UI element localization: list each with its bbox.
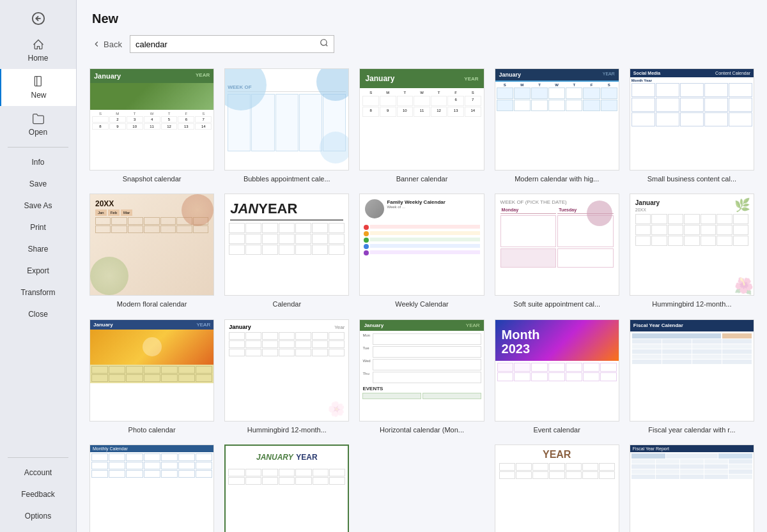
- templates-grid: JanuaryYEAR S M T W T F S: [89, 68, 754, 532]
- template-card-thumb3[interactable]: YEAR: [495, 445, 619, 532]
- toolbar: Back: [92, 35, 752, 53]
- sidebar-item-feedback[interactable]: Feedback: [0, 483, 76, 505]
- svg-point-4: [321, 40, 327, 45]
- sidebar-back-button[interactable]: [0, 5, 76, 32]
- template-name-hbird1: Hummingbird 12-month...: [652, 300, 731, 308]
- sidebar-item-save-as[interactable]: Save As: [0, 195, 76, 217]
- template-thumb-fiscal: Fiscal Year Calendar: [630, 319, 754, 422]
- template-card-thumb2[interactable]: JANUARY YEAR: [224, 445, 349, 532]
- template-card-snapshot[interactable]: JanuaryYEAR S M T W T F S: [89, 68, 214, 183]
- sidebar-item-print[interactable]: Print: [0, 217, 76, 238]
- template-name-weekly: Weekly Calendar: [395, 300, 449, 308]
- template-thumb-hbird1: 🌿 January 20XX: [630, 194, 754, 296]
- template-card-floral[interactable]: 20XX Jan Feb Mar: [89, 194, 214, 308]
- template-name-janyear: Calendar: [272, 300, 301, 308]
- template-name-fiscal: Fiscal year calendar with r...: [648, 425, 735, 434]
- back-label: Back: [104, 40, 122, 49]
- template-card-small-biz[interactable]: Social Media Content Calendar Month Year: [630, 68, 754, 183]
- template-card-weekly[interactable]: Family Weekly Calendar Week of ...: [359, 194, 484, 308]
- sidebar-item-new[interactable]: New: [0, 69, 76, 106]
- template-card-banner[interactable]: JanuaryYEAR S M T W T F S: [359, 68, 484, 183]
- template-card-event[interactable]: Month 2023: [495, 319, 619, 434]
- template-name-soft-suite: Soft suite appointment cal...: [513, 300, 600, 308]
- templates-container[interactable]: JanuaryYEAR S M T W T F S: [77, 62, 767, 532]
- template-thumb-janyear: JANYEAR: [224, 194, 349, 296]
- template-name-small-biz: Small business content cal...: [647, 174, 736, 183]
- template-thumb-soft-suite: WEEK OF (PICK THE DATE) Monday Tuesday: [495, 194, 619, 296]
- template-name-snapshot: Snapshot calendar: [123, 174, 182, 183]
- template-card-hbird2[interactable]: January Year: [224, 319, 349, 434]
- sidebar-item-open[interactable]: Open: [0, 106, 76, 143]
- template-thumb-thumb2: JANUARY YEAR: [224, 445, 349, 532]
- template-thumb-banner: JanuaryYEAR S M T W T F S: [359, 68, 484, 171]
- template-card-photo[interactable]: JanuaryYEAR: [89, 319, 214, 434]
- template-name-photo: Photo calendar: [128, 425, 176, 434]
- sidebar-item-home[interactable]: Home: [0, 32, 76, 69]
- template-card-bubbles[interactable]: WEEK OF Bubbles appointment cale...: [224, 68, 349, 183]
- template-thumb-thumb1: Monthly Calendar: [89, 445, 214, 532]
- sidebar: Home New Open Info Save Save As Print Sh…: [0, 0, 77, 532]
- svg-line-5: [326, 45, 328, 47]
- template-card-thumb1[interactable]: Monthly Calendar: [89, 445, 214, 532]
- template-name-floral: Modern floral calendar: [117, 300, 187, 308]
- template-card-fiscal2[interactable]: Fiscal Year Report: [630, 445, 754, 532]
- main-header: New Back: [77, 0, 767, 62]
- template-thumb-photo: JanuaryYEAR: [89, 319, 214, 422]
- sidebar-item-new-label: New: [31, 91, 46, 100]
- template-thumb-small-biz: Social Media Content Calendar Month Year: [630, 68, 754, 171]
- sidebar-bottom-divider: [8, 457, 68, 458]
- template-thumb-horizontal: JanuaryYEAR Mon Tue: [359, 319, 484, 422]
- template-name-event: Event calendar: [534, 425, 580, 434]
- template-card-horizontal[interactable]: JanuaryYEAR Mon Tue: [359, 319, 484, 434]
- sidebar-item-home-label: Home: [27, 54, 48, 63]
- template-thumb-event: Month 2023: [495, 319, 619, 422]
- template-card-soft-suite[interactable]: WEEK OF (PICK THE DATE) Monday Tuesday: [495, 194, 619, 308]
- svg-rect-2: [35, 77, 41, 86]
- sidebar-item-save[interactable]: Save: [0, 173, 76, 195]
- sidebar-item-transform[interactable]: Transform: [0, 282, 76, 303]
- template-thumb-modern-high: JanuaryYEAR S M T W T F S: [495, 68, 619, 171]
- sidebar-item-open-label: Open: [29, 128, 47, 137]
- search-icon[interactable]: [320, 38, 329, 50]
- search-box[interactable]: [130, 35, 334, 53]
- sidebar-item-share[interactable]: Share: [0, 238, 76, 260]
- template-thumb-snapshot: JanuaryYEAR S M T W T F S: [89, 68, 214, 171]
- template-name-banner: Banner calendar: [396, 174, 448, 183]
- template-name-bubbles: Bubbles appointment cale...: [244, 174, 330, 183]
- search-input[interactable]: [136, 40, 320, 49]
- sidebar-item-close[interactable]: Close: [0, 303, 76, 325]
- template-thumb-thumb3: YEAR: [495, 445, 619, 532]
- template-thumb-floral: 20XX Jan Feb Mar: [89, 194, 214, 296]
- template-name-modern-high: Modern calendar with hig...: [515, 174, 599, 183]
- template-card-fiscal[interactable]: Fiscal Year Calendar: [630, 319, 754, 434]
- template-card-janyear[interactable]: JANYEAR: [224, 194, 349, 308]
- template-thumb-bubbles: WEEK OF: [224, 68, 349, 171]
- sidebar-item-account[interactable]: Account: [0, 462, 76, 483]
- template-thumb-hbird2: January Year: [224, 319, 349, 422]
- sidebar-item-export[interactable]: Export: [0, 260, 76, 282]
- main-content: New Back: [77, 0, 767, 532]
- page-title: New: [92, 11, 752, 26]
- sidebar-item-options[interactable]: Options: [0, 505, 76, 527]
- sidebar-bottom: Account Feedback Options: [0, 453, 76, 527]
- template-card-hbird1[interactable]: 🌿 January 20XX: [630, 194, 754, 308]
- sidebar-divider: [8, 147, 68, 148]
- sidebar-item-info[interactable]: Info: [0, 151, 76, 173]
- template-name-horizontal: Horizontal calendar (Mon...: [380, 425, 464, 434]
- template-thumb-weekly: Family Weekly Calendar Week of ...: [359, 194, 484, 296]
- template-thumb-fiscal2: Fiscal Year Report: [630, 445, 754, 532]
- template-card-modern-high[interactable]: JanuaryYEAR S M T W T F S: [495, 68, 619, 183]
- back-link[interactable]: Back: [92, 40, 122, 49]
- template-name-hbird2: Hummingbird 12-month...: [247, 425, 327, 434]
